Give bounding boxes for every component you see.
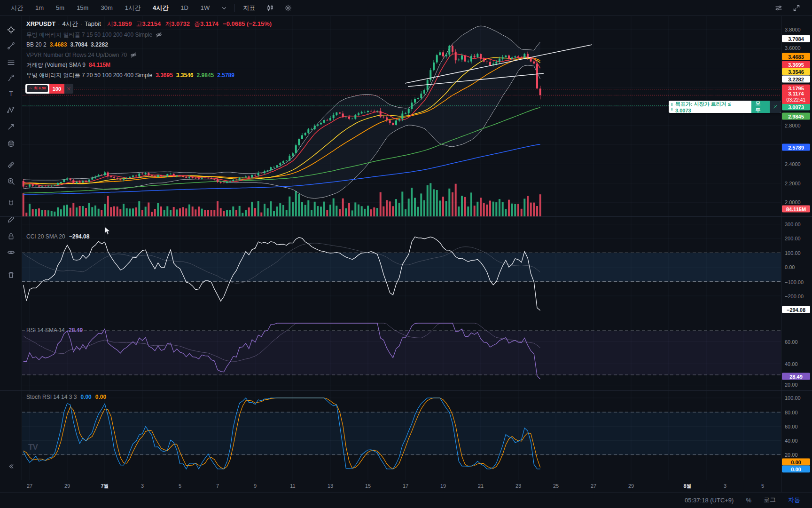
time-label: 23 xyxy=(515,483,521,489)
text-tool[interactable]: T xyxy=(5,88,16,99)
indicator-row-3[interactable]: 거래량 (Volume) SMA 984.115M xyxy=(26,60,272,71)
rsi-value: 28.49 xyxy=(69,327,83,333)
axis-tick: 20.00 xyxy=(785,382,798,388)
alert-widget-close-icon[interactable] xyxy=(64,84,73,94)
edit-pencil-tool[interactable] xyxy=(5,214,16,225)
alert-toast-stripe xyxy=(671,103,672,111)
time-label: 9 xyxy=(254,483,257,489)
time-label: 17 xyxy=(403,483,408,489)
interval-button-1W[interactable]: 1W xyxy=(195,4,216,11)
stoch-pane-legend[interactable]: Stoch RSI 14 14 3 3 0.00 0.00 xyxy=(26,394,106,400)
alert-toast: 목표가: 시장가 트리거 ≤ 3.0073 모두 xyxy=(669,101,781,113)
alert-toast-close-icon[interactable] xyxy=(770,101,781,113)
price-label: 3.0073 xyxy=(782,103,810,111)
interval-button-4시간[interactable]: 4시간 xyxy=(147,4,174,12)
axis-tick: 2.4000 xyxy=(785,161,801,167)
tradingview-chart-app: 시간1m5m15m30m1시간4시간1D1W지표 T XRPUSDT · 4시간… xyxy=(0,0,812,508)
clock[interactable]: 05:37:18 (UTC+9) xyxy=(679,497,740,504)
time-label: 7 xyxy=(216,483,219,489)
indicator-value: 84.115M xyxy=(89,60,110,71)
separator-dot: · xyxy=(58,19,60,30)
indicator-row-2[interactable]: VPVR Number Of Rows 24 Up/Down 70 xyxy=(26,50,272,60)
interval-button-5m[interactable]: 5m xyxy=(50,4,70,11)
ruler-tool[interactable] xyxy=(5,159,16,170)
zoom-in-tool[interactable] xyxy=(5,175,16,187)
lock-tool[interactable] xyxy=(5,230,16,242)
collapse-toolbar-icon[interactable] xyxy=(5,460,16,472)
axis-tick: 100.00 xyxy=(785,250,801,256)
alert-widget-pill[interactable]: 최 6.58 xyxy=(25,84,49,94)
symbol-interval[interactable]: 4시간 xyxy=(62,19,78,30)
axis-tick: 3.8000 xyxy=(785,27,801,32)
emoji-tool[interactable] xyxy=(5,138,16,149)
trash-tool[interactable] xyxy=(5,269,16,280)
indicator-row-4[interactable]: 무빙 애버리지 멀티플 7 20 50 100 200 400 Simple3.… xyxy=(26,70,272,80)
fullscreen-icon[interactable] xyxy=(788,4,805,12)
layout-sliders-icon[interactable] xyxy=(770,4,788,12)
crosshair-tool[interactable] xyxy=(5,24,16,35)
interval-button-30m[interactable]: 30m xyxy=(94,4,118,11)
indicator-title: 무빙 애버리지 멀티플 7 15 50 100 200 400 Simple xyxy=(26,30,152,40)
time-label: 27 xyxy=(27,483,32,489)
chart-style-icon[interactable] xyxy=(261,4,279,12)
rsi-title: RSI 14 SMA 14 xyxy=(26,327,65,333)
stoch-title: Stoch RSI 14 14 3 3 xyxy=(26,394,77,400)
price-label: 2.9845 xyxy=(782,113,810,120)
trend-line-tool[interactable] xyxy=(5,40,16,51)
status-bar: 05:37:18 (UTC+9) % 로그 자동 xyxy=(0,492,812,508)
pane-divider-cci[interactable] xyxy=(0,216,812,217)
separator-dot: · xyxy=(80,19,82,30)
indicator-row-1[interactable]: BB 20 23.46833.70843.2282 xyxy=(26,40,272,50)
time-axis[interactable]: 27297월3579111315171921232527298월35 xyxy=(0,480,812,492)
xabcd-pattern-tool[interactable] xyxy=(5,104,16,115)
pane-divider-rsi[interactable] xyxy=(0,322,812,322)
price-label: 3.3695 xyxy=(782,61,810,68)
cci-title: CCI 20 SMA 20 xyxy=(26,233,65,240)
time-label: 5 xyxy=(179,483,181,489)
forecast-tool[interactable] xyxy=(5,121,16,132)
interval-button-15m[interactable]: 15m xyxy=(70,4,94,11)
indicator-value: 3.3546 xyxy=(176,70,194,81)
pane-divider-stoch[interactable] xyxy=(0,390,812,391)
alert-widget[interactable]: 최 6.58 100 xyxy=(25,84,73,94)
chart-canvas[interactable] xyxy=(22,16,781,480)
interval-button-1D[interactable]: 1D xyxy=(174,4,195,11)
axis-tick: 60.00 xyxy=(785,339,798,345)
time-label-month: 7월 xyxy=(101,483,109,490)
fib-retracement-tool[interactable] xyxy=(5,56,16,68)
top-toolbar: 시간1m5m15m30m1시간4시간1D1W지표 xyxy=(0,0,812,16)
eye-off-icon[interactable] xyxy=(130,52,137,58)
price-axis[interactable]: 3.80003.60002.80002.40002.20002.0000300.… xyxy=(781,16,812,480)
time-label: 29 xyxy=(628,483,634,489)
price-label: 3.7084 xyxy=(782,35,810,42)
interval-button-시간[interactable]: 시간 xyxy=(5,4,29,12)
indicator-row-0[interactable]: 무빙 애버리지 멀티플 7 15 50 100 200 400 Simple xyxy=(26,30,272,40)
price-label: −294.08 xyxy=(782,306,810,313)
cci-pane-legend[interactable]: CCI 20 SMA 20 −294.08 xyxy=(26,233,89,240)
log-scale-button[interactable]: 로그 xyxy=(757,496,782,504)
svg-text:T: T xyxy=(9,90,13,97)
time-label: 3 xyxy=(141,483,144,489)
auto-scale-button[interactable]: 자동 xyxy=(782,496,806,504)
axis-tick: 200.00 xyxy=(785,236,801,241)
rsi-pane-legend[interactable]: RSI 14 SMA 14 28.49 xyxy=(26,327,83,333)
indicators-button[interactable]: 지표 xyxy=(237,4,261,12)
last-price: 3.1174 xyxy=(784,91,808,97)
magnet-tool[interactable] xyxy=(5,198,16,209)
price-axis-divider xyxy=(781,16,781,492)
percent-scale-button[interactable]: % xyxy=(740,497,757,504)
settings-gear-icon[interactable] xyxy=(279,4,297,12)
interval-button-1m[interactable]: 1m xyxy=(29,4,50,11)
axis-tick: 2.2000 xyxy=(785,181,801,186)
eye-off-icon[interactable] xyxy=(156,32,162,38)
alert-toast-all-button[interactable]: 모두 xyxy=(751,101,770,113)
eye-tool[interactable] xyxy=(5,246,16,258)
interval-button-1시간[interactable]: 1시간 xyxy=(119,4,147,12)
chevron-down-icon[interactable] xyxy=(216,5,233,11)
brush-tool[interactable] xyxy=(5,72,16,83)
tradingview-logo[interactable]: TV xyxy=(28,443,38,452)
symbol-row[interactable]: XRPUSDT · 4시간 · Tapbit 시3.1859 고3.2154 저… xyxy=(26,19,272,30)
symbol-name[interactable]: XRPUSDT xyxy=(26,19,55,30)
axis-tick: −200.00 xyxy=(785,294,804,299)
price-label: 84.115M xyxy=(782,206,810,213)
